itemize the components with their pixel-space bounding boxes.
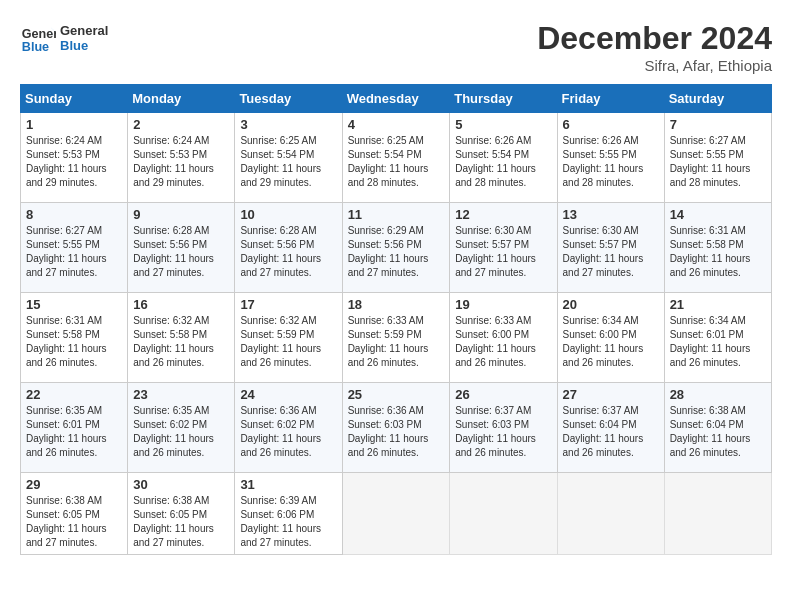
- calendar-cell: 2 Sunrise: 6:24 AM Sunset: 5:53 PM Dayli…: [128, 113, 235, 203]
- calendar-cell: 10 Sunrise: 6:28 AM Sunset: 5:56 PM Dayl…: [235, 203, 342, 293]
- day-number: 12: [455, 207, 551, 222]
- day-number: 28: [670, 387, 766, 402]
- calendar-cell: 14 Sunrise: 6:31 AM Sunset: 5:58 PM Dayl…: [664, 203, 771, 293]
- calendar-week-row: 15 Sunrise: 6:31 AM Sunset: 5:58 PM Dayl…: [21, 293, 772, 383]
- cell-content: Sunrise: 6:28 AM Sunset: 5:56 PM Dayligh…: [240, 224, 336, 280]
- calendar-cell: [664, 473, 771, 555]
- day-number: 24: [240, 387, 336, 402]
- cell-content: Sunrise: 6:34 AM Sunset: 6:00 PM Dayligh…: [563, 314, 659, 370]
- cell-content: Sunrise: 6:38 AM Sunset: 6:05 PM Dayligh…: [26, 494, 122, 550]
- day-number: 6: [563, 117, 659, 132]
- day-number: 1: [26, 117, 122, 132]
- calendar-cell: 9 Sunrise: 6:28 AM Sunset: 5:56 PM Dayli…: [128, 203, 235, 293]
- calendar-cell: 22 Sunrise: 6:35 AM Sunset: 6:01 PM Dayl…: [21, 383, 128, 473]
- logo-icon: General Blue: [20, 20, 56, 56]
- day-number: 23: [133, 387, 229, 402]
- day-number: 5: [455, 117, 551, 132]
- cell-content: Sunrise: 6:30 AM Sunset: 5:57 PM Dayligh…: [563, 224, 659, 280]
- cell-content: Sunrise: 6:27 AM Sunset: 5:55 PM Dayligh…: [26, 224, 122, 280]
- cell-content: Sunrise: 6:35 AM Sunset: 6:01 PM Dayligh…: [26, 404, 122, 460]
- cell-content: Sunrise: 6:24 AM Sunset: 5:53 PM Dayligh…: [26, 134, 122, 190]
- day-number: 3: [240, 117, 336, 132]
- title-block: December 2024 Sifra, Afar, Ethiopia: [537, 20, 772, 74]
- page-header: General Blue General Blue December 2024 …: [20, 20, 772, 74]
- calendar-cell: 30 Sunrise: 6:38 AM Sunset: 6:05 PM Dayl…: [128, 473, 235, 555]
- cell-content: Sunrise: 6:36 AM Sunset: 6:03 PM Dayligh…: [348, 404, 445, 460]
- calendar-cell: 18 Sunrise: 6:33 AM Sunset: 5:59 PM Dayl…: [342, 293, 450, 383]
- cell-content: Sunrise: 6:36 AM Sunset: 6:02 PM Dayligh…: [240, 404, 336, 460]
- calendar-cell: 21 Sunrise: 6:34 AM Sunset: 6:01 PM Dayl…: [664, 293, 771, 383]
- day-number: 9: [133, 207, 229, 222]
- cell-content: Sunrise: 6:31 AM Sunset: 5:58 PM Dayligh…: [26, 314, 122, 370]
- cell-content: Sunrise: 6:32 AM Sunset: 5:58 PM Dayligh…: [133, 314, 229, 370]
- weekday-header: Wednesday: [342, 85, 450, 113]
- calendar-week-row: 29 Sunrise: 6:38 AM Sunset: 6:05 PM Dayl…: [21, 473, 772, 555]
- calendar-cell: 28 Sunrise: 6:38 AM Sunset: 6:04 PM Dayl…: [664, 383, 771, 473]
- day-number: 20: [563, 297, 659, 312]
- day-number: 16: [133, 297, 229, 312]
- cell-content: Sunrise: 6:33 AM Sunset: 5:59 PM Dayligh…: [348, 314, 445, 370]
- cell-content: Sunrise: 6:28 AM Sunset: 5:56 PM Dayligh…: [133, 224, 229, 280]
- calendar-cell: 27 Sunrise: 6:37 AM Sunset: 6:04 PM Dayl…: [557, 383, 664, 473]
- day-number: 2: [133, 117, 229, 132]
- calendar-cell: 20 Sunrise: 6:34 AM Sunset: 6:00 PM Dayl…: [557, 293, 664, 383]
- calendar-cell: 1 Sunrise: 6:24 AM Sunset: 5:53 PM Dayli…: [21, 113, 128, 203]
- location-subtitle: Sifra, Afar, Ethiopia: [537, 57, 772, 74]
- cell-content: Sunrise: 6:31 AM Sunset: 5:58 PM Dayligh…: [670, 224, 766, 280]
- calendar-cell: [450, 473, 557, 555]
- calendar-cell: 6 Sunrise: 6:26 AM Sunset: 5:55 PM Dayli…: [557, 113, 664, 203]
- cell-content: Sunrise: 6:24 AM Sunset: 5:53 PM Dayligh…: [133, 134, 229, 190]
- cell-content: Sunrise: 6:37 AM Sunset: 6:04 PM Dayligh…: [563, 404, 659, 460]
- calendar-cell: 7 Sunrise: 6:27 AM Sunset: 5:55 PM Dayli…: [664, 113, 771, 203]
- day-number: 25: [348, 387, 445, 402]
- calendar-week-row: 1 Sunrise: 6:24 AM Sunset: 5:53 PM Dayli…: [21, 113, 772, 203]
- day-number: 31: [240, 477, 336, 492]
- calendar-table: SundayMondayTuesdayWednesdayThursdayFrid…: [20, 84, 772, 555]
- cell-content: Sunrise: 6:26 AM Sunset: 5:54 PM Dayligh…: [455, 134, 551, 190]
- weekday-header: Monday: [128, 85, 235, 113]
- cell-content: Sunrise: 6:34 AM Sunset: 6:01 PM Dayligh…: [670, 314, 766, 370]
- day-number: 7: [670, 117, 766, 132]
- calendar-cell: 25 Sunrise: 6:36 AM Sunset: 6:03 PM Dayl…: [342, 383, 450, 473]
- svg-text:Blue: Blue: [22, 40, 49, 54]
- cell-content: Sunrise: 6:35 AM Sunset: 6:02 PM Dayligh…: [133, 404, 229, 460]
- calendar-cell: 16 Sunrise: 6:32 AM Sunset: 5:58 PM Dayl…: [128, 293, 235, 383]
- cell-content: Sunrise: 6:30 AM Sunset: 5:57 PM Dayligh…: [455, 224, 551, 280]
- calendar-cell: 26 Sunrise: 6:37 AM Sunset: 6:03 PM Dayl…: [450, 383, 557, 473]
- cell-content: Sunrise: 6:29 AM Sunset: 5:56 PM Dayligh…: [348, 224, 445, 280]
- day-number: 19: [455, 297, 551, 312]
- calendar-cell: [557, 473, 664, 555]
- day-number: 26: [455, 387, 551, 402]
- cell-content: Sunrise: 6:27 AM Sunset: 5:55 PM Dayligh…: [670, 134, 766, 190]
- day-number: 10: [240, 207, 336, 222]
- calendar-cell: 12 Sunrise: 6:30 AM Sunset: 5:57 PM Dayl…: [450, 203, 557, 293]
- day-number: 15: [26, 297, 122, 312]
- day-number: 29: [26, 477, 122, 492]
- calendar-cell: 23 Sunrise: 6:35 AM Sunset: 6:02 PM Dayl…: [128, 383, 235, 473]
- cell-content: Sunrise: 6:37 AM Sunset: 6:03 PM Dayligh…: [455, 404, 551, 460]
- day-number: 8: [26, 207, 122, 222]
- cell-content: Sunrise: 6:38 AM Sunset: 6:04 PM Dayligh…: [670, 404, 766, 460]
- calendar-cell: 31 Sunrise: 6:39 AM Sunset: 6:06 PM Dayl…: [235, 473, 342, 555]
- weekday-header: Friday: [557, 85, 664, 113]
- calendar-week-row: 22 Sunrise: 6:35 AM Sunset: 6:01 PM Dayl…: [21, 383, 772, 473]
- day-number: 18: [348, 297, 445, 312]
- cell-content: Sunrise: 6:25 AM Sunset: 5:54 PM Dayligh…: [348, 134, 445, 190]
- day-number: 27: [563, 387, 659, 402]
- day-number: 14: [670, 207, 766, 222]
- calendar-header-row: SundayMondayTuesdayWednesdayThursdayFrid…: [21, 85, 772, 113]
- weekday-header: Tuesday: [235, 85, 342, 113]
- calendar-cell: 3 Sunrise: 6:25 AM Sunset: 5:54 PM Dayli…: [235, 113, 342, 203]
- calendar-cell: 24 Sunrise: 6:36 AM Sunset: 6:02 PM Dayl…: [235, 383, 342, 473]
- day-number: 17: [240, 297, 336, 312]
- cell-content: Sunrise: 6:26 AM Sunset: 5:55 PM Dayligh…: [563, 134, 659, 190]
- day-number: 22: [26, 387, 122, 402]
- calendar-cell: 5 Sunrise: 6:26 AM Sunset: 5:54 PM Dayli…: [450, 113, 557, 203]
- day-number: 4: [348, 117, 445, 132]
- day-number: 11: [348, 207, 445, 222]
- calendar-week-row: 8 Sunrise: 6:27 AM Sunset: 5:55 PM Dayli…: [21, 203, 772, 293]
- calendar-cell: 17 Sunrise: 6:32 AM Sunset: 5:59 PM Dayl…: [235, 293, 342, 383]
- day-number: 30: [133, 477, 229, 492]
- calendar-cell: 29 Sunrise: 6:38 AM Sunset: 6:05 PM Dayl…: [21, 473, 128, 555]
- weekday-header: Thursday: [450, 85, 557, 113]
